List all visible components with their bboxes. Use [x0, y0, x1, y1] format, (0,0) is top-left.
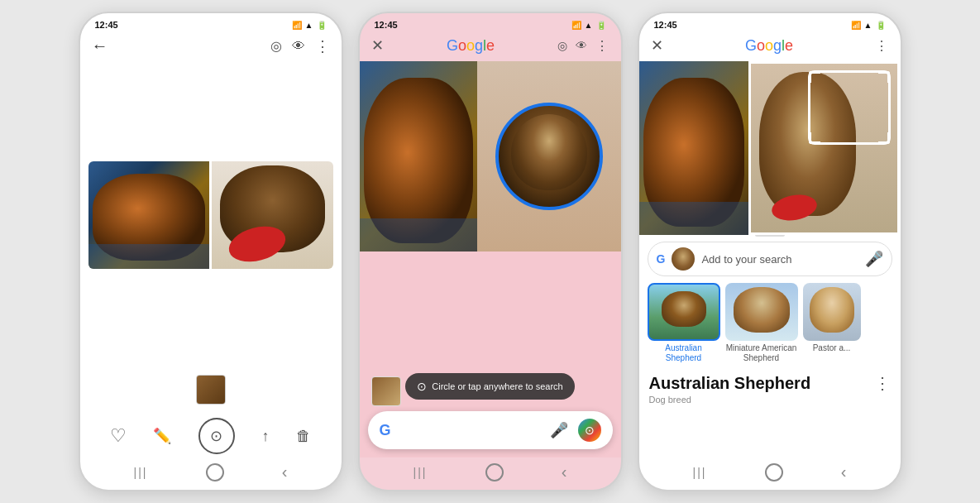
- phone-2: 12:45 📶 ▲ 🔋 ✕ Google ◎ 👁 ⋮: [358, 12, 623, 491]
- photo-collage-1: [88, 161, 333, 269]
- pink-area-2: ⊙ Circle or tap anywhere to search G 🎤 ⊙: [360, 252, 621, 457]
- google-g-logo-2: G: [380, 422, 391, 439]
- lens-icon-2[interactable]: ⊙: [578, 419, 601, 442]
- nav-back-icon-3[interactable]: ‹: [841, 462, 847, 481]
- breed-subtitle-3: Dog breed: [639, 395, 901, 405]
- dog-photo-1: [212, 161, 333, 269]
- status-bar-1: 12:45 📶 ▲ 🔋: [80, 13, 342, 33]
- result-image-1: [648, 283, 720, 341]
- dog-circle-section-2: [477, 61, 621, 252]
- corner-tl: [809, 71, 820, 83]
- mic-icon-3[interactable]: 🎤: [865, 250, 883, 268]
- signal-icon-2: 📶: [571, 21, 581, 30]
- bottom-thumbnail-2: [371, 376, 401, 406]
- result-image-2: [725, 283, 798, 341]
- google-logo-3: Google: [745, 37, 793, 55]
- nav-home-icon-3[interactable]: [765, 463, 783, 481]
- share-icon-1[interactable]: ↑: [262, 428, 270, 445]
- menu-icon-1[interactable]: ⋮: [315, 37, 330, 55]
- status-bar-3: 12:45 📶 ▲ 🔋: [639, 13, 901, 33]
- breed-menu-icon-3[interactable]: ⋮: [874, 373, 891, 393]
- status-icons-3: 📶 ▲ 🔋: [851, 21, 886, 30]
- nav-bars-icon-3: |||: [693, 466, 707, 479]
- breed-title-row-3: Australian Shepherd ⋮: [639, 370, 901, 395]
- action-bar-1: ♡ ✏️ ⊙ ↑ 🗑: [80, 411, 342, 457]
- dog-photo-3: [748, 61, 900, 235]
- phones-container: 12:45 📶 ▲ 🔋 ← ◎ 👁 ⋮: [62, 3, 919, 500]
- tooltip-text-2: Circle or tap anywhere to search: [432, 381, 562, 391]
- close-button-3[interactable]: ✕: [651, 36, 663, 55]
- phone-1: 12:45 📶 ▲ 🔋 ← ◎ 👁 ⋮: [79, 12, 343, 491]
- wifi-icon-1: ▲: [305, 21, 313, 30]
- menu-icon-2[interactable]: ⋮: [595, 38, 609, 54]
- nav-bar-2: ||| ‹: [360, 457, 621, 490]
- wifi-icon-2: ▲: [585, 21, 593, 30]
- cat-section-2: [360, 61, 477, 252]
- phone1-content: ♡ ✏️ ⊙ ↑ 🗑 ||| ‹: [80, 62, 342, 490]
- dog-thumbnail-search-3: [672, 247, 695, 271]
- nav-bar-1: ||| ‹: [80, 457, 342, 490]
- circle-btn-1[interactable]: ⊙: [198, 418, 235, 454]
- corner-bl: [809, 132, 820, 144]
- corner-tr: [878, 71, 890, 83]
- signal-icon-1: 📶: [292, 21, 302, 30]
- battery-icon-2: 🔋: [596, 21, 606, 30]
- eye-off-icon-1[interactable]: ◎: [270, 38, 282, 54]
- wifi-icon-3: ▲: [864, 21, 872, 30]
- result-item-1[interactable]: AustralianShepherd: [648, 283, 720, 363]
- image-area-2: [360, 61, 621, 252]
- thumbnail-1[interactable]: [196, 375, 226, 405]
- result-item-2[interactable]: Miniature AmericanShepherd: [725, 283, 798, 363]
- battery-icon-3: 🔋: [876, 21, 886, 30]
- breed-title-3: Australian Shepherd: [649, 374, 811, 393]
- eye-off-icon-2[interactable]: ◎: [557, 39, 567, 52]
- status-icons-1: 📶 ▲ 🔋: [292, 21, 327, 30]
- result-item-3[interactable]: Pastor a...: [803, 283, 861, 363]
- nav-bars-icon-2: |||: [414, 466, 428, 479]
- delete-icon-1[interactable]: 🗑: [296, 428, 311, 445]
- g-icon-3: G: [657, 252, 666, 266]
- image-area-3: [639, 61, 901, 235]
- phone3-header: ✕ Google ⋮: [639, 33, 901, 61]
- circle-search-tooltip-2: ⊙ Circle or tap anywhere to search: [405, 373, 574, 400]
- bottom-sheet-3: G Add to your search 🎤 AustralianShepher…: [639, 227, 901, 457]
- nav-home-icon-2[interactable]: [485, 463, 504, 481]
- nav-bars-icon-1: |||: [134, 466, 148, 479]
- time-2: 12:45: [375, 20, 398, 30]
- google-logo-2: Google: [447, 37, 495, 55]
- mic-icon-2[interactable]: 🎤: [550, 421, 568, 439]
- status-icons-2: 📶 ▲ 🔋: [571, 21, 606, 30]
- heart-icon-1[interactable]: ♡: [110, 425, 127, 447]
- corner-br: [878, 132, 890, 144]
- result-label-3: Pastor a...: [813, 343, 851, 353]
- thumbnail-strip-1: [80, 368, 342, 411]
- nav-home-icon-1[interactable]: [206, 463, 224, 481]
- result-label-2: Miniature AmericanShepherd: [725, 343, 798, 363]
- dog-circle-selection-2: [495, 103, 603, 210]
- eye-icon-2[interactable]: 👁: [576, 39, 587, 52]
- eye-icon-1[interactable]: 👁: [292, 39, 305, 54]
- phone1-header: ← ◎ 👁 ⋮: [80, 33, 342, 62]
- back-button-1[interactable]: ←: [92, 36, 108, 55]
- add-to-search-bar-3[interactable]: G Add to your search 🎤: [648, 242, 892, 276]
- nav-back-icon-1[interactable]: ‹: [282, 462, 288, 481]
- search-bar-2[interactable]: G 🎤 ⊙: [368, 411, 613, 449]
- cat-photo-1: [88, 161, 210, 269]
- edit-icon-1[interactable]: ✏️: [153, 427, 171, 445]
- add-to-search-text-3: Add to your search: [701, 253, 858, 266]
- nav-back-icon-2[interactable]: ‹: [562, 462, 567, 481]
- close-button-2[interactable]: ✕: [371, 36, 384, 55]
- nav-bar-3: ||| ‹: [639, 457, 901, 490]
- results-row-3: AustralianShepherd Miniature AmericanShe…: [639, 283, 901, 370]
- battery-icon-1: 🔋: [317, 21, 327, 30]
- signal-icon-3: 📶: [851, 21, 861, 30]
- result-image-3: [803, 283, 861, 341]
- menu-icon-3[interactable]: ⋮: [875, 38, 888, 54]
- status-bar-2: 12:45 📶 ▲ 🔋: [360, 13, 621, 33]
- phone2-header: ✕ Google ◎ 👁 ⋮: [360, 33, 621, 61]
- cat-photo-3: [639, 61, 749, 235]
- time-1: 12:45: [95, 20, 118, 30]
- selection-box-3: [808, 70, 891, 145]
- time-3: 12:45: [654, 20, 677, 30]
- phone-3: 12:45 📶 ▲ 🔋 ✕ Google ⋮: [638, 12, 902, 491]
